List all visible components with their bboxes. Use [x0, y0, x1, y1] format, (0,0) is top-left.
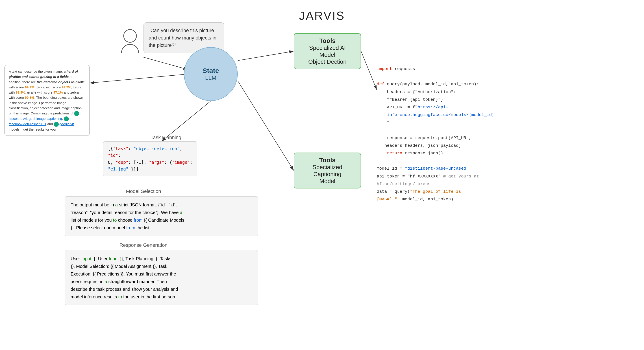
response-bubble: A text can describe the given image: a h…: [4, 65, 90, 136]
svg-line-1: [144, 57, 188, 70]
svg-line-6: [361, 51, 377, 90]
tools-name-1a: Specialized AI Model: [301, 45, 354, 58]
response-generation-box: User Input: {{ User Input }}, Task Plann…: [65, 250, 258, 305]
tools-label-2: Tools: [319, 157, 336, 164]
state-llm-node: State LLM: [184, 47, 238, 101]
model-selection-label: Model Selection: [65, 188, 222, 194]
svg-line-3: [238, 81, 294, 171]
state-label: State: [202, 67, 219, 75]
tools-box-object-detection: Tools Specialized AI Model Object Dectio…: [294, 33, 361, 69]
code-block: import requests def query(payload, model…: [377, 65, 547, 203]
response-generation-label: Response Generation: [65, 242, 222, 248]
svg-line-4: [90, 74, 188, 83]
tools-box-captioning: Tools Specialized Captioning Model: [294, 153, 361, 188]
task-planning-box: [{"task": "object-detection", "id":0, "d…: [103, 141, 197, 176]
tools-name-1b: Object Dection: [308, 58, 347, 65]
model-selection-box: The output must be in a strict JSON form…: [65, 196, 258, 236]
llm-label: LLM: [205, 75, 216, 82]
task-planning-label: Task Planning: [121, 135, 211, 140]
svg-line-2: [238, 51, 294, 61]
tools-name-2a: Specialized Captioning: [301, 164, 354, 178]
page-title: JARVIS: [0, 0, 644, 23]
tools-name-2b: Model: [320, 178, 336, 185]
user-icon: [121, 29, 139, 53]
tools-label-1: Tools: [319, 37, 336, 45]
